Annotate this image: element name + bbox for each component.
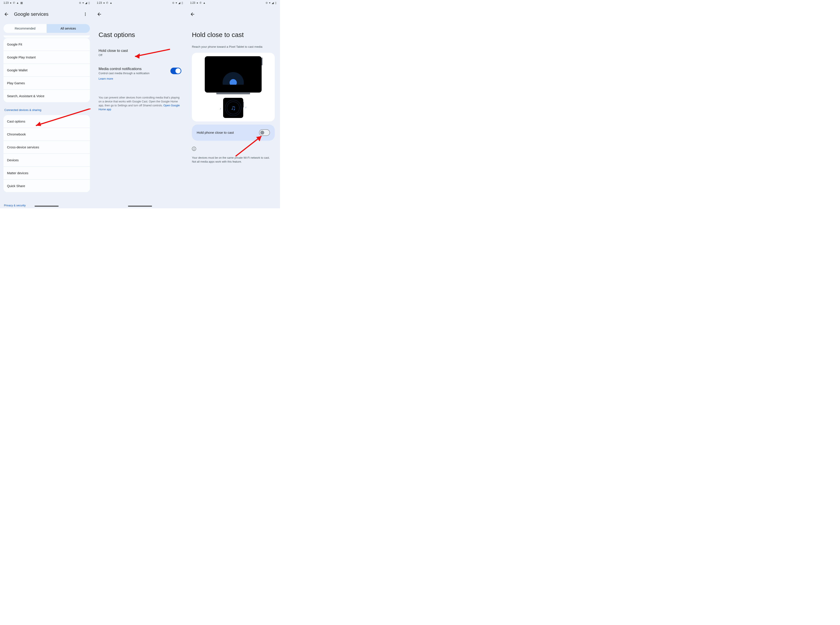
panel-cast-options: 1:23 ● ✆ ▲ ⊝ ▾ ◢ ▯ Cast options Hold clo… <box>93 0 187 208</box>
card-top-sliver <box>3 36 90 37</box>
signal-icon: ◢ <box>272 2 274 4</box>
back-arrow-icon <box>4 12 9 17</box>
row-chromebook[interactable]: Chromebook <box>3 128 90 140</box>
signal-icon: ◢ <box>178 2 180 4</box>
services-group-2: Cast options Chromebook Cross-device ser… <box>3 115 90 192</box>
dnd-icon: ⊝ <box>79 2 81 4</box>
wifi-icon: ▾ <box>82 2 84 4</box>
music-note-icon: ♫ <box>231 104 236 112</box>
row-cast-options[interactable]: Cast options <box>3 115 90 127</box>
row-title: Media control notifications <box>99 67 150 71</box>
clock: 1:23 <box>3 1 9 5</box>
music-note-mini-icon: ♪ <box>220 107 221 110</box>
gesture-bar[interactable] <box>34 206 59 207</box>
call-icon: ✆ <box>106 2 108 4</box>
illustration-phone: ♫ ♪ ♪ <box>223 98 243 118</box>
row-google-wallet[interactable]: Google Wallet <box>3 64 90 76</box>
privacy-security-header: Privacy & security <box>4 204 26 207</box>
hold-close-switch[interactable] <box>259 129 270 136</box>
battery-icon: ▯ <box>275 2 276 4</box>
info-paragraph: You can prevent other devices from contr… <box>99 96 182 112</box>
battery-icon: ▯ <box>89 2 90 4</box>
row-cross-device-services[interactable]: Cross-device services <box>3 141 90 153</box>
back-arrow-icon <box>190 12 195 17</box>
illustration-card: ♫ ♪ ♪ <box>192 53 275 121</box>
row-matter-devices[interactable]: Matter devices <box>3 167 90 179</box>
app-bar: Google services <box>0 5 93 23</box>
app-bar <box>93 5 187 20</box>
svg-point-0 <box>85 13 85 13</box>
status-bar: 1:23 ● ✆ ▲ ⊝ ▾ ◢ ▯ <box>186 0 280 5</box>
tab-all-services[interactable]: All services <box>47 24 90 33</box>
battery-icon: ▯ <box>182 2 183 4</box>
row-hold-close-to-cast[interactable]: Hold close to cast Off <box>93 45 187 58</box>
warning-icon: ▲ <box>110 2 112 4</box>
info-icon: ⓘ <box>192 146 280 152</box>
warning-icon: ▲ <box>203 2 206 4</box>
page-title: Google services <box>14 11 48 17</box>
row-subtitle: Off <box>99 53 128 57</box>
clock: 1:23 <box>190 1 195 5</box>
more-vert-icon <box>83 12 87 16</box>
row-media-control-notifications[interactable]: Media control notifications Control cast… <box>93 63 187 76</box>
signal-icon: ◢ <box>85 2 87 4</box>
music-note-mini-icon: ♪ <box>245 106 246 109</box>
toggle-label: Hold phone close to cast <box>197 131 234 135</box>
back-button[interactable] <box>188 9 197 19</box>
page-title: Cast options <box>99 31 182 39</box>
cloud-icon: ● <box>103 2 105 4</box>
page-title: Hold close to cast <box>192 31 275 39</box>
svg-point-1 <box>85 14 85 14</box>
call-icon: ✆ <box>13 2 15 4</box>
call-icon: ✆ <box>199 2 202 4</box>
hold-close-toggle-card: Hold phone close to cast <box>192 124 275 141</box>
dnd-icon: ⊝ <box>172 2 174 4</box>
wifi-icon: ▾ <box>175 2 177 4</box>
row-google-play-instant[interactable]: Google Play Instant <box>3 51 90 64</box>
status-bar: 1:23 ● ✆ ▲ ⊝ ▾ ◢ ▯ <box>93 0 187 5</box>
tab-recommended[interactable]: Recommended <box>3 24 47 33</box>
illustration-tablet <box>205 56 262 93</box>
back-button[interactable] <box>2 9 11 19</box>
tabs-segment: Recommended All services <box>3 24 90 33</box>
media-notifications-switch[interactable] <box>171 68 181 74</box>
row-subtitle: Control cast media through a notificatio… <box>99 72 150 75</box>
page-subtitle: Reach your phone toward a Pixel Tablet t… <box>192 45 275 48</box>
overflow-button[interactable] <box>81 9 90 19</box>
app-bar <box>186 5 280 20</box>
gesture-bar[interactable] <box>128 206 152 207</box>
dnd-icon: ⊝ <box>266 2 268 4</box>
panel-google-services: 1:23 ● ✆ ▲ ▦ ⊝ ▾ ◢ ▯ Google services Rec… <box>0 0 93 208</box>
footnote: Your devices must be on the same private… <box>192 156 275 164</box>
back-arrow-icon <box>97 12 102 17</box>
wifi-icon: ▾ <box>269 2 270 4</box>
cloud-icon: ● <box>197 2 198 4</box>
status-bar: 1:23 ● ✆ ▲ ▦ ⊝ ▾ ◢ ▯ <box>0 0 93 5</box>
app-icon: ▦ <box>20 2 23 4</box>
services-group-1: Google Fit Google Play Instant Google Wa… <box>3 36 90 102</box>
panel-hold-close-to-cast: 1:23 ● ✆ ▲ ⊝ ▾ ◢ ▯ Hold close to cast Re… <box>186 0 280 208</box>
back-button[interactable] <box>95 9 104 19</box>
cloud-icon: ● <box>10 2 11 4</box>
row-title: Hold close to cast <box>99 48 128 53</box>
illustration-pulse-icon <box>221 71 245 95</box>
clock: 1:23 <box>97 1 102 5</box>
row-quick-share[interactable]: Quick Share <box>3 180 90 192</box>
warning-icon: ▲ <box>16 2 19 4</box>
row-devices[interactable]: Devices <box>3 154 90 166</box>
learn-more-link[interactable]: Learn more <box>99 77 182 80</box>
row-play-games[interactable]: Play Games <box>3 77 90 89</box>
svg-point-2 <box>85 15 85 16</box>
row-google-fit[interactable]: Google Fit <box>3 38 90 51</box>
row-search-assistant-voice[interactable]: Search, Assistant & Voice <box>3 90 90 102</box>
connected-devices-header: Connected devices & sharing <box>5 108 89 112</box>
